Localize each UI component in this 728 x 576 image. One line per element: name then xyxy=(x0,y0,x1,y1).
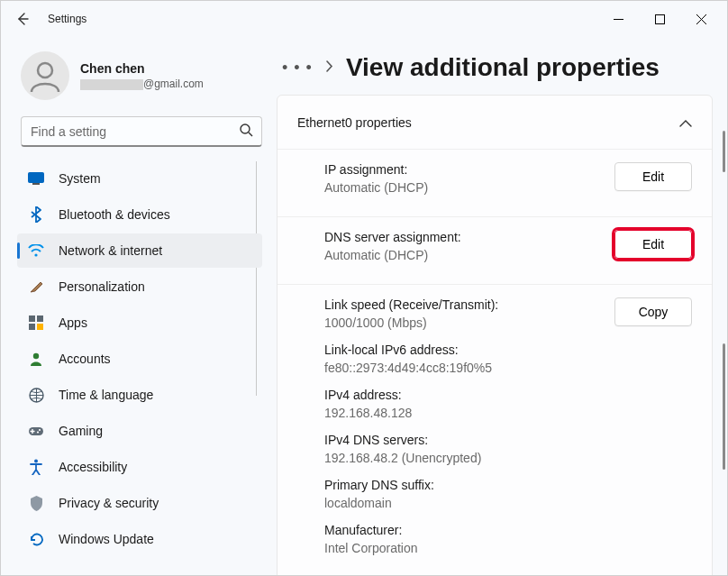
svg-point-5 xyxy=(34,253,37,256)
globe-clock-icon xyxy=(28,387,44,403)
nav-label: Gaming xyxy=(59,424,103,438)
nav-label: Time & language xyxy=(59,388,153,402)
titlebar: Settings xyxy=(1,1,727,37)
bluetooth-icon xyxy=(28,206,44,223)
svg-rect-9 xyxy=(37,324,43,330)
nav-label: Bluetooth & devices xyxy=(59,207,170,222)
ip-assignment-row: IP assignment: Automatic (DHCP) Edit xyxy=(278,150,712,217)
ip-assignment-label: IP assignment: xyxy=(324,162,614,180)
dns-suffix-label: Primary DNS suffix: xyxy=(324,478,614,496)
svg-point-1 xyxy=(38,63,52,78)
svg-point-14 xyxy=(37,431,39,433)
dns-suffix-value: localdomain xyxy=(324,496,614,517)
page-title: View additional properties xyxy=(346,53,660,82)
dns-assignment-label: DNS server assignment: xyxy=(324,230,614,248)
search-wrap xyxy=(21,116,262,147)
user-email: @gmail.com xyxy=(80,78,204,90)
svg-rect-6 xyxy=(29,315,35,322)
scrollbar-thumb[interactable] xyxy=(723,343,725,470)
shield-icon xyxy=(28,495,44,511)
svg-point-15 xyxy=(34,460,38,463)
svg-point-2 xyxy=(241,124,250,133)
panel-header[interactable]: Ethernet0 properties xyxy=(278,96,712,150)
close-button[interactable] xyxy=(680,5,722,32)
minimize-icon xyxy=(614,14,623,24)
maximize-button[interactable] xyxy=(639,5,680,32)
copy-button[interactable]: Copy xyxy=(614,297,692,326)
sidebar-item-network[interactable]: Network & internet xyxy=(17,233,262,268)
maximize-icon xyxy=(655,14,665,24)
user-block[interactable]: Chen chen @gmail.com xyxy=(17,46,266,114)
nav-label: Apps xyxy=(59,315,87,330)
accessibility-icon xyxy=(28,459,44,475)
sidebar-item-accessibility[interactable]: Accessibility xyxy=(17,450,262,484)
apps-icon xyxy=(28,315,44,331)
svg-point-10 xyxy=(33,353,39,359)
update-icon xyxy=(28,531,44,547)
gaming-icon xyxy=(28,423,44,439)
nav-label: Personalization xyxy=(59,279,145,294)
wifi-icon xyxy=(28,242,44,259)
nav-label: System xyxy=(59,171,101,186)
linkspeed-label: Link speed (Receive/Transmit): xyxy=(324,297,614,315)
sidebar-item-time-language[interactable]: Time & language xyxy=(17,378,262,412)
sidebar-item-apps[interactable]: Apps xyxy=(17,306,262,340)
sidebar-item-system[interactable]: System xyxy=(17,161,262,196)
panel-title: Ethernet0 properties xyxy=(297,115,412,130)
ipv6-value: fe80::2973:4d49:4cc8:19f0%5 xyxy=(324,361,614,382)
main-content: • • • View additional properties Etherne… xyxy=(271,37,727,575)
dns-assignment-row: DNS server assignment: Automatic (DHCP) … xyxy=(278,217,712,285)
user-icon xyxy=(27,58,63,94)
linkspeed-value: 1000/1000 (Mbps) xyxy=(324,315,614,337)
dns-assignment-value: Automatic (DHCP) xyxy=(324,248,614,270)
close-icon xyxy=(696,14,706,24)
redacted-text xyxy=(80,79,143,90)
edit-ip-button[interactable]: Edit xyxy=(614,162,692,191)
manufacturer-label: Manufacturer: xyxy=(324,523,614,541)
connection-info-row: Link speed (Receive/Transmit): 1000/1000… xyxy=(278,285,712,575)
sidebar-item-bluetooth[interactable]: Bluetooth & devices xyxy=(17,197,262,232)
nav-label: Accessibility xyxy=(59,460,127,474)
svg-rect-8 xyxy=(29,324,35,330)
sidebar-item-accounts[interactable]: Accounts xyxy=(17,342,262,376)
edit-dns-button[interactable]: Edit xyxy=(614,230,692,259)
properties-panel: Ethernet0 properties IP assignment: Auto… xyxy=(277,95,713,575)
system-icon xyxy=(28,170,44,187)
nav-label: Windows Update xyxy=(59,532,154,546)
user-name: Chen chen xyxy=(80,61,204,76)
ip-assignment-value: Automatic (DHCP) xyxy=(324,180,614,202)
search-input[interactable] xyxy=(21,116,262,147)
sidebar-item-windows-update[interactable]: Windows Update xyxy=(17,522,262,556)
nav-label: Accounts xyxy=(59,352,111,366)
ipv4-dns-label: IPv4 DNS servers: xyxy=(324,433,614,451)
app-title: Settings xyxy=(48,13,86,25)
scrollbar-thumb[interactable] xyxy=(723,131,725,172)
back-arrow-icon xyxy=(15,12,30,26)
svg-rect-3 xyxy=(29,173,44,183)
accounts-icon xyxy=(28,351,44,367)
ipv4-value: 192.168.48.128 xyxy=(324,406,614,427)
svg-rect-7 xyxy=(37,315,43,322)
avatar xyxy=(21,51,69,100)
nav-list: System Bluetooth & devices Network & int… xyxy=(17,161,266,558)
sidebar-item-personalization[interactable]: Personalization xyxy=(17,270,262,304)
chevron-up-icon xyxy=(679,115,692,130)
svg-rect-4 xyxy=(32,183,40,185)
ipv6-label: Link-local IPv6 address: xyxy=(324,343,614,361)
sidebar-item-privacy[interactable]: Privacy & security xyxy=(17,486,262,520)
ipv4-label: IPv4 address: xyxy=(324,388,614,406)
breadcrumb: • • • View additional properties xyxy=(277,48,713,95)
manufacturer-value: Intel Corporation xyxy=(324,541,614,562)
chevron-right-icon xyxy=(325,60,333,75)
sidebar: Chen chen @gmail.com System xyxy=(1,37,271,575)
nav-label: Privacy & security xyxy=(59,496,159,510)
search-icon xyxy=(240,123,253,140)
paintbrush-icon xyxy=(28,279,44,295)
sidebar-item-gaming[interactable]: Gaming xyxy=(17,414,262,448)
svg-rect-0 xyxy=(655,14,664,23)
breadcrumb-overflow-button[interactable]: • • • xyxy=(282,59,313,78)
svg-point-13 xyxy=(39,429,41,431)
minimize-button[interactable] xyxy=(597,5,639,32)
ipv4-dns-value: 192.168.48.2 (Unencrypted) xyxy=(324,451,614,472)
back-button[interactable] xyxy=(6,3,39,35)
